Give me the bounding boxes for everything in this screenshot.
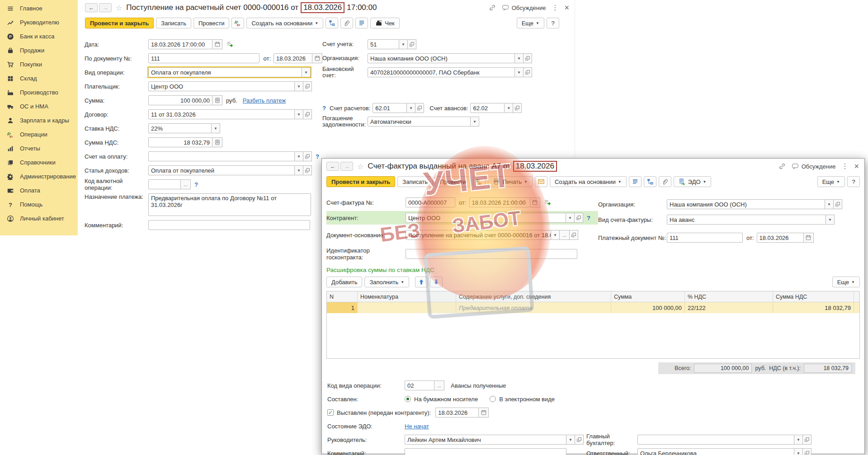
base-document-input[interactable]: Поступление на расчетный счет 0000-00001… [406,230,551,240]
payment-purpose-textarea[interactable]: Предварительная оплата по Договору №11 о… [148,193,311,216]
cell-vat_sum[interactable]: 18 032,79 [773,302,854,313]
get-link-icon[interactable] [778,163,786,170]
dropdown-icon[interactable]: ▼ [794,435,803,445]
more-menu-icon[interactable]: ⋮ [841,162,848,170]
check-button[interactable]: Чек [370,18,400,28]
date-input[interactable]: 18.03.2026 17:00:00 [148,39,212,49]
sidebar-item-directories[interactable]: Справочники [0,155,78,169]
save-button[interactable]: Записать [397,176,433,187]
currency-op-input[interactable] [148,179,181,189]
electronic-radio[interactable] [490,396,496,402]
edo-state-link[interactable]: Не начат [405,423,429,430]
cell-nomenclature[interactable] [358,302,456,313]
edo-button[interactable]: ЭДО▼ [674,176,712,187]
payer-input[interactable]: Центр ООО [148,81,295,91]
move-down-button[interactable] [430,277,443,287]
split-payment-link[interactable]: Разбить платеж [243,97,286,104]
calendar-icon[interactable] [312,53,322,63]
sidebar-item-sales[interactable]: Продажи [0,43,78,57]
create-based-on-button[interactable]: Создать на основании▼ [550,176,627,187]
comment-input[interactable] [405,448,566,455]
forward-button[interactable]: → [99,3,112,12]
invoice-input[interactable] [148,151,295,161]
choose-icon[interactable]: ... [560,230,570,240]
advance-account-input[interactable]: 62.02 [470,103,505,113]
account-input[interactable]: 51 [368,39,399,49]
print-button[interactable]: Печать▼ [488,176,533,187]
cell-sum[interactable]: 100 000,00 [611,302,685,313]
dropdown-icon[interactable]: ▼ [566,435,575,445]
column-header[interactable]: Номенклатура [358,291,456,302]
bank-account-input[interactable]: 40702810000000000007, ПАО Сбербанк [368,67,515,77]
structure-button[interactable] [644,176,656,187]
open-icon[interactable] [524,67,532,77]
doc-number-input[interactable]: 111 [148,53,259,63]
forward-button[interactable]: → [340,162,353,171]
column-header[interactable]: Содержание услуги, доп. сведения [456,291,611,302]
more-button[interactable]: Еще▼ [517,18,544,28]
sidebar-item-fixed-assets[interactable]: ОС и НМА [0,99,78,113]
related-docs-button[interactable] [629,176,642,187]
sidebar-item-production[interactable]: Производство [0,85,78,99]
dropdown-icon[interactable]: ▼ [212,123,220,133]
responsible-input[interactable]: Ольга Бердечникова [637,448,794,455]
sidebar-item-purchases[interactable]: Покупки [0,57,78,71]
payment-doc-number-input[interactable]: 111 [667,233,743,243]
column-header[interactable]: N [327,291,358,302]
calendar-icon[interactable] [479,408,489,417]
dropdown-icon[interactable]: ▼ [471,117,479,127]
close-icon[interactable]: × [564,5,569,11]
head-input[interactable]: Лейкин Артем Михайлович [405,435,566,445]
open-icon[interactable] [524,53,532,63]
sidebar-item-warehouse[interactable]: Склад [0,71,78,85]
dropdown-icon[interactable]: ▼ [295,151,303,161]
column-header[interactable]: Сумма НДС [773,291,854,302]
close-icon[interactable]: × [854,163,859,169]
calendar-icon[interactable] [212,39,222,49]
cell-content[interactable]: Предварительная оплата [456,302,611,313]
dropdown-icon[interactable]: ▼ [407,103,415,113]
column-header[interactable]: Сумма [611,291,685,302]
dropdown-icon[interactable]: ▼ [399,39,408,49]
add-row-button[interactable]: Добавить [326,277,362,287]
sidebar-item-help[interactable]: ?Помощь [0,197,78,211]
comment-input[interactable] [148,220,310,230]
create-based-on-button[interactable]: Создать на основании▼ [246,18,323,28]
fill-button[interactable]: Заполнить▼ [364,277,409,287]
payment-doc-date-input[interactable]: 18.03.2026 [757,233,804,243]
open-icon[interactable] [513,103,522,113]
open-icon[interactable] [570,230,578,240]
back-button[interactable]: ← [326,162,339,171]
issued-date-input[interactable]: 18.03.2026 [435,408,479,417]
choose-icon[interactable]: ... [434,380,444,390]
vat-table-row[interactable]: 1Предварительная оплата100 000,0022/1221… [327,302,859,313]
post-and-close-button[interactable]: Провести и закрыть [326,176,395,187]
open-icon[interactable] [575,213,583,223]
structure-button[interactable] [326,18,338,28]
organization-input[interactable]: Наша компания ООО (ОСН) [368,53,515,63]
show-postings-button[interactable]: ДтКт [473,176,486,187]
open-icon[interactable] [834,199,842,209]
settlement-account-input[interactable]: 62.01 [373,103,407,113]
attachments-button[interactable] [340,18,353,28]
more-menu-icon[interactable]: ⋮ [552,4,558,12]
cell-vat_rate[interactable]: 22/122 [685,302,773,313]
sidebar-item-manager[interactable]: Руководителю [0,15,78,29]
calendar-icon[interactable] [804,233,814,243]
table-more-button[interactable]: Еще▼ [832,277,860,287]
calendar-icon[interactable] [530,197,540,207]
open-icon[interactable] [415,103,424,113]
help-button[interactable]: ? [847,176,860,187]
send-email-button[interactable] [535,176,547,187]
organization-input[interactable]: Наша компания ООО (ОСН) [667,199,825,209]
dropdown-icon[interactable]: ▼ [551,230,560,240]
income-item-input[interactable]: Оплата от покупателей [148,165,295,175]
paper-radio[interactable] [405,396,411,402]
column-header[interactable]: % НДС [685,291,773,302]
set-date-icon[interactable] [544,199,551,206]
contract-input[interactable]: 11 от 31.03.2026 [148,109,295,119]
favorite-star-icon[interactable]: ☆ [357,162,363,171]
amount-input[interactable]: 100 000,00 [148,95,212,105]
sidebar-item-administration[interactable]: Администрирование [0,169,78,183]
issued-checkbox[interactable]: ✓ [327,409,334,416]
